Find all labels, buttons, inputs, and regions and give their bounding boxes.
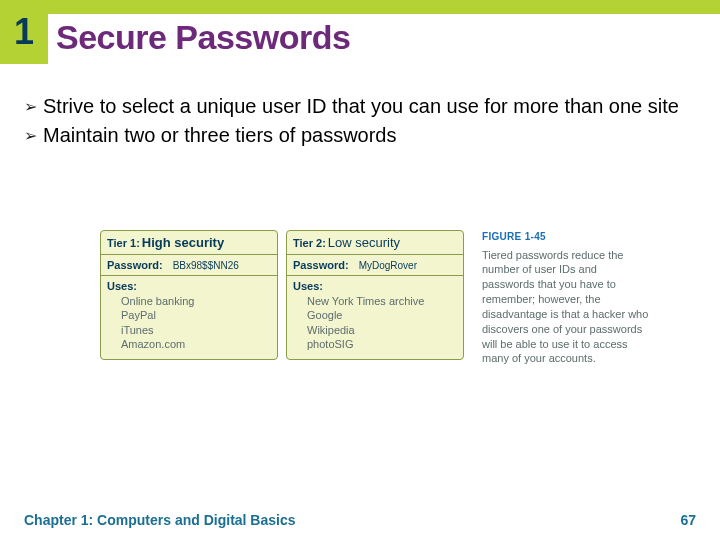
uses-label: Uses: [293, 280, 457, 292]
password-label: Password: [107, 259, 163, 271]
uses-block: Uses: New York Times archive Google Wiki… [287, 276, 463, 359]
password-row: Password: MyDogRover [287, 255, 463, 276]
security-label: High security [142, 235, 224, 250]
bullet-text: Maintain two or three tiers of passwords [43, 123, 397, 148]
caption-text: Tiered passwords reduce the number of us… [482, 248, 652, 367]
uses-items: Online banking PayPal iTunes Amazon.com [121, 294, 271, 351]
password-value: BBx98$$NN26 [173, 260, 239, 271]
tier-header-row: Tier 1: High security [101, 231, 277, 255]
page-title: Secure Passwords [56, 18, 350, 57]
password-label: Password: [293, 259, 349, 271]
uses-item: Wikipedia [307, 323, 457, 337]
caption-label: FIGURE 1-45 [482, 230, 652, 244]
bullet-arrow-icon: ➢ [24, 126, 37, 146]
bullet-list: ➢ Strive to select a unique user ID that… [24, 94, 696, 152]
chapter-number: 1 [14, 11, 34, 53]
figure: Tier 1: High security Password: BBx98$$N… [100, 230, 660, 366]
footer: Chapter 1: Computers and Digital Basics … [0, 512, 720, 528]
footer-chapter: Chapter 1: Computers and Digital Basics [24, 512, 296, 528]
uses-label: Uses: [107, 280, 271, 292]
uses-item: photoSIG [307, 337, 457, 351]
bullet-arrow-icon: ➢ [24, 97, 37, 117]
uses-item: iTunes [121, 323, 271, 337]
list-item: ➢ Strive to select a unique user ID that… [24, 94, 696, 119]
tier-card-high: Tier 1: High security Password: BBx98$$N… [100, 230, 278, 360]
uses-item: Amazon.com [121, 337, 271, 351]
tier-card-low: Tier 2: Low security Password: MyDogRove… [286, 230, 464, 360]
tier-label: Tier 2: [293, 237, 326, 249]
uses-item: Online banking [121, 294, 271, 308]
accent-bar [0, 0, 720, 14]
uses-item: Google [307, 308, 457, 322]
list-item: ➢ Maintain two or three tiers of passwor… [24, 123, 696, 148]
tier-label: Tier 1: [107, 237, 140, 249]
uses-item: PayPal [121, 308, 271, 322]
password-row: Password: BBx98$$NN26 [101, 255, 277, 276]
chapter-number-box: 1 [0, 0, 48, 64]
bullet-text: Strive to select a unique user ID that y… [43, 94, 679, 119]
uses-items: New York Times archive Google Wikipedia … [307, 294, 457, 351]
uses-item: New York Times archive [307, 294, 457, 308]
password-value: MyDogRover [359, 260, 417, 271]
tier-header-row: Tier 2: Low security [287, 231, 463, 255]
footer-page: 67 [680, 512, 696, 528]
uses-block: Uses: Online banking PayPal iTunes Amazo… [101, 276, 277, 359]
figure-caption: FIGURE 1-45 Tiered passwords reduce the … [482, 230, 652, 366]
security-label: Low security [328, 235, 400, 250]
